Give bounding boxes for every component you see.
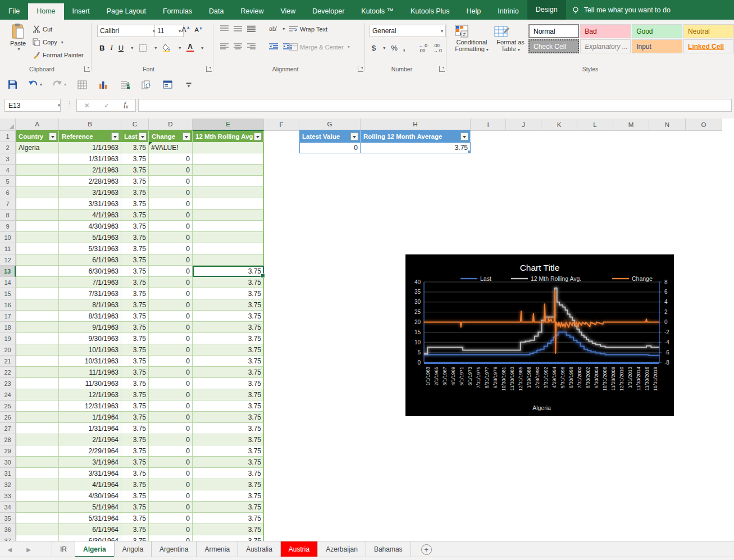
bold-button[interactable]: B	[99, 44, 104, 52]
cell-C35[interactable]: 3.75	[121, 513, 149, 524]
cell-B14[interactable]: 7/1/1963	[59, 277, 121, 288]
column-header-G[interactable]: G	[299, 119, 361, 131]
cell-C33[interactable]: 3.75	[121, 490, 149, 502]
cell-B12[interactable]: 6/1/1963	[59, 254, 121, 266]
cell-D6[interactable]: 0	[149, 187, 193, 198]
cell-C25[interactable]: 3.75	[121, 400, 149, 412]
alignment-dialog-launcher[interactable]	[358, 66, 363, 72]
cell-A6[interactable]	[16, 187, 59, 198]
cell-style-normal[interactable]: Normal	[528, 24, 579, 38]
font-dialog-launcher[interactable]	[206, 66, 212, 72]
number-dialog-launcher[interactable]	[439, 66, 445, 72]
select-all-corner[interactable]	[0, 119, 16, 131]
cell-C19[interactable]: 3.75	[121, 333, 149, 344]
cell-C7[interactable]: 3.75	[121, 198, 149, 210]
cell-B35[interactable]: 5/31/1964	[59, 513, 121, 524]
cell-B28[interactable]: 2/1/1964	[59, 434, 121, 445]
cell-A13[interactable]	[16, 266, 59, 277]
cell-style-check-cell[interactable]: Check Cell	[528, 39, 579, 53]
cell-C26[interactable]: 3.75	[121, 412, 149, 423]
cell-E26[interactable]: 3.75	[193, 412, 264, 423]
cell-A4[interactable]	[16, 165, 59, 176]
pivot-table-icon[interactable]	[118, 79, 131, 90]
cell-C31[interactable]: 3.75	[121, 468, 149, 479]
cell-E24[interactable]: 3.75	[193, 389, 264, 400]
align-bottom-icon[interactable]	[247, 25, 256, 32]
row-header-20[interactable]: 20	[0, 344, 16, 356]
column-header-O[interactable]: O	[686, 119, 722, 131]
currency-dropdown[interactable]: ▾	[383, 45, 385, 51]
cell-D16[interactable]: 0	[149, 299, 193, 311]
cell-E27[interactable]: 3.75	[193, 423, 264, 434]
row-header-13[interactable]: 13	[0, 266, 16, 277]
align-center-icon[interactable]	[234, 43, 242, 50]
cell-A12[interactable]	[16, 254, 59, 266]
cell-A10[interactable]	[16, 232, 59, 243]
row-header-7[interactable]: 7	[0, 198, 16, 210]
row-header-17[interactable]: 17	[0, 311, 16, 322]
cell-D18[interactable]: 0	[149, 322, 193, 333]
row-header-30[interactable]: 30	[0, 457, 16, 468]
cell-style-neutral[interactable]: Neutral	[683, 24, 734, 38]
ribbon-tab-help[interactable]: Help	[458, 3, 489, 20]
cell-C29[interactable]: 3.75	[121, 445, 149, 457]
cell-E36[interactable]: 3.75	[193, 524, 264, 535]
cell-A25[interactable]	[16, 400, 59, 412]
row-header-23[interactable]: 23	[0, 378, 16, 389]
filter-button[interactable]	[139, 133, 147, 140]
cell-E28[interactable]: 3.75	[193, 434, 264, 445]
name-box[interactable]: E13▾	[4, 99, 61, 112]
table-icon[interactable]	[75, 79, 89, 90]
cell-E21[interactable]: 3.75	[193, 356, 264, 367]
column-header-L[interactable]: L	[577, 119, 613, 131]
ribbon-tab-kutools-plus[interactable]: Kutools Plus	[402, 3, 458, 20]
filter-button[interactable]	[183, 133, 190, 140]
sheet-tab-australia[interactable]: Australia	[238, 541, 281, 557]
row-header-16[interactable]: 16	[0, 299, 16, 311]
ribbon-tab-view[interactable]: View	[272, 3, 304, 20]
cell-B7[interactable]: 3/31/1963	[59, 198, 121, 210]
row-header-22[interactable]: 22	[0, 367, 16, 378]
sheet-tab-azerbaijan[interactable]: Azerbaijan	[318, 541, 366, 557]
cell-B19[interactable]: 9/30/1963	[59, 333, 121, 344]
cell-D29[interactable]: 0	[149, 445, 193, 457]
cell-B16[interactable]: 8/1/1963	[59, 299, 121, 311]
orientation-dropdown[interactable]: ▾	[282, 26, 285, 31]
paste-dropdown[interactable]: ▾	[7, 47, 30, 52]
new-sheet-button[interactable]: +	[421, 544, 432, 555]
cell-style-linked-cell[interactable]: Linked Cell	[683, 39, 734, 53]
row-header-25[interactable]: 25	[0, 400, 16, 412]
cell-C2[interactable]: 3.75	[121, 142, 149, 153]
cell-C27[interactable]: 3.75	[121, 423, 149, 434]
cell-A28[interactable]	[16, 434, 59, 445]
column-header-B[interactable]: B	[59, 119, 121, 131]
copy-dropdown[interactable]: ▾	[61, 40, 63, 45]
row-header-37[interactable]: 37	[0, 535, 16, 541]
cell-E29[interactable]: 3.75	[193, 445, 264, 457]
row-header-2[interactable]: 2	[0, 142, 16, 153]
cell-B26[interactable]: 1/1/1964	[59, 412, 121, 423]
cell-C20[interactable]: 3.75	[121, 344, 149, 356]
cell-E12[interactable]	[193, 254, 264, 266]
cell-A31[interactable]	[16, 468, 59, 479]
font-size-select[interactable]: 11▾	[154, 25, 184, 37]
cell-A34[interactable]	[16, 502, 59, 513]
blue-table-header-1[interactable]: Latest Value	[299, 131, 361, 142]
cell-A16[interactable]	[16, 299, 59, 311]
cell-E34[interactable]: 3.75	[193, 502, 264, 513]
chart-legend-1[interactable]: Last	[480, 275, 491, 282]
column-header-A[interactable]: A	[16, 119, 59, 131]
font-color-dropdown[interactable]: ▾	[201, 45, 203, 51]
cell-B29[interactable]: 2/29/1964	[59, 445, 121, 457]
cell-B10[interactable]: 5/1/1963	[59, 232, 121, 243]
cell-C36[interactable]: 3.75	[121, 524, 149, 535]
cell-C23[interactable]: 3.75	[121, 378, 149, 389]
copy-pages-icon[interactable]	[139, 79, 153, 90]
decrease-font-icon[interactable]: A▼	[195, 26, 203, 33]
cell-B20[interactable]: 10/1/1963	[59, 344, 121, 356]
cell-D17[interactable]: 0	[149, 311, 193, 322]
cell-A11[interactable]	[16, 243, 59, 254]
cell-E25[interactable]: 3.75	[193, 400, 264, 412]
row-header-19[interactable]: 19	[0, 333, 16, 344]
cell-C15[interactable]: 3.75	[121, 288, 149, 299]
